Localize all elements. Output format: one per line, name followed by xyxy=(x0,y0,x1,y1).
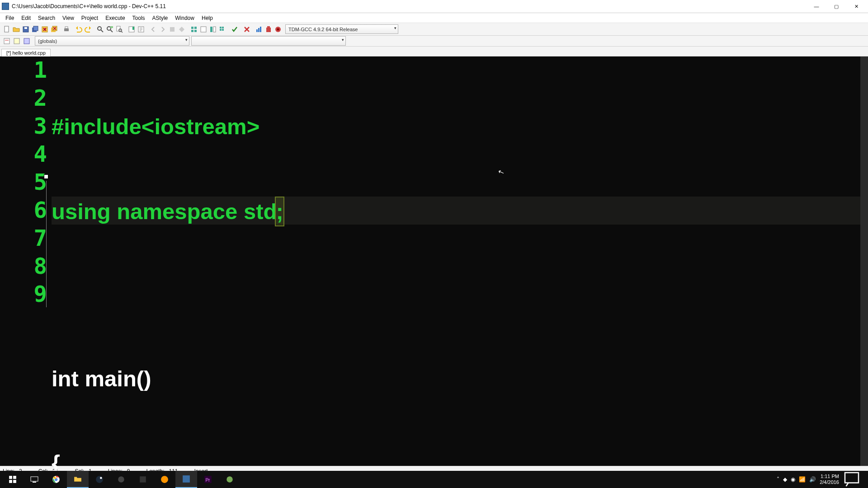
back-icon[interactable] xyxy=(148,24,158,34)
toggle-bookmark-icon[interactable] xyxy=(127,24,136,34)
line-number: 9 xyxy=(0,281,48,309)
open-file-icon[interactable] xyxy=(11,24,21,34)
close-all-icon[interactable] xyxy=(49,24,59,34)
save-all-icon[interactable] xyxy=(30,24,40,34)
svg-point-56 xyxy=(226,476,233,483)
svg-rect-32 xyxy=(260,27,261,32)
tray-up-icon[interactable]: ˄ xyxy=(777,476,779,483)
svg-rect-19 xyxy=(191,27,193,29)
debug-delete-icon[interactable] xyxy=(264,24,273,34)
action-center-icon[interactable] xyxy=(843,471,861,488)
fold-line xyxy=(46,181,47,307)
menu-file[interactable]: File xyxy=(2,14,18,22)
tab-hello-world[interactable]: [*] hello world.cpp xyxy=(1,49,51,56)
menubar: File Edit Search View Project Execute To… xyxy=(0,13,868,23)
svg-rect-40 xyxy=(9,476,12,479)
taskbar-app-icon[interactable] xyxy=(219,471,241,488)
taskbar-explorer-icon[interactable] xyxy=(67,471,89,488)
member-select[interactable] xyxy=(191,36,346,46)
goto-func-icon[interactable] xyxy=(2,36,11,46)
fold-marker-icon[interactable] xyxy=(44,174,48,179)
menu-project[interactable]: Project xyxy=(78,14,102,22)
menu-tools[interactable]: Tools xyxy=(129,14,149,22)
taskbar-steam-icon[interactable] xyxy=(89,471,110,488)
find-icon[interactable] xyxy=(95,24,105,34)
taskbar-clock[interactable]: 1:11 PM 2/4/2016 xyxy=(820,474,839,485)
line-number: 7 xyxy=(0,225,48,253)
menu-view[interactable]: View xyxy=(59,14,78,22)
svg-rect-23 xyxy=(201,27,206,32)
replace-icon[interactable] xyxy=(105,24,114,34)
code-editor[interactable]: 1 2 3 4 5 6 7 8 9 #include<iostream> usi… xyxy=(0,56,868,466)
taskbar-devcpp-icon[interactable] xyxy=(175,471,197,488)
tray-app-icon[interactable]: ◆ xyxy=(783,476,787,483)
svg-rect-53 xyxy=(183,475,190,483)
svg-rect-12 xyxy=(110,26,113,28)
code-token: main() xyxy=(85,366,151,391)
line-number: 2 xyxy=(0,84,48,113)
svg-rect-2 xyxy=(24,27,27,29)
class-browser-icon[interactable] xyxy=(12,36,21,46)
start-button[interactable] xyxy=(2,471,24,488)
save-file-icon[interactable] xyxy=(21,24,30,34)
insert-icon[interactable] xyxy=(22,36,31,46)
menu-help[interactable]: Help xyxy=(198,14,217,22)
svg-rect-25 xyxy=(213,27,216,32)
svg-rect-28 xyxy=(220,29,222,31)
maximize-button[interactable]: ▢ xyxy=(826,0,846,12)
goto-bookmark-icon[interactable] xyxy=(136,24,146,34)
print-icon[interactable] xyxy=(61,24,71,34)
mouse-cursor-icon: ↖ xyxy=(494,158,509,187)
minimize-button[interactable]: — xyxy=(807,0,826,12)
new-file-icon[interactable] xyxy=(2,24,11,34)
tray-network-icon[interactable]: 📶 xyxy=(799,476,806,483)
window-title: C:\Users\Jacob\Documents\C++\hello world… xyxy=(12,3,166,9)
close-button[interactable]: ✕ xyxy=(846,0,866,12)
text-caret: ; xyxy=(275,197,284,226)
run-icon[interactable] xyxy=(198,24,208,34)
menu-edit[interactable]: Edit xyxy=(18,14,34,22)
redo-icon[interactable] xyxy=(83,24,93,34)
svg-point-36 xyxy=(277,28,279,30)
taskbar-firefox-icon[interactable] xyxy=(154,471,175,488)
debug-icon[interactable] xyxy=(177,24,186,34)
menu-execute[interactable]: Execute xyxy=(102,14,128,22)
syntax-check-icon[interactable] xyxy=(230,24,239,34)
line-number: 5 xyxy=(0,169,48,197)
menu-search[interactable]: Search xyxy=(34,14,59,22)
taskview-button[interactable] xyxy=(24,471,45,488)
taskbar-chrome-icon[interactable] xyxy=(45,471,67,488)
scope-select[interactable]: (globals) xyxy=(35,36,189,46)
code-area[interactable]: #include<iostream> using namespace std; … xyxy=(52,56,868,466)
svg-point-49 xyxy=(100,477,102,479)
menu-window[interactable]: Window xyxy=(171,14,198,22)
svg-rect-21 xyxy=(191,30,193,32)
abort-icon[interactable] xyxy=(242,24,251,34)
undo-icon[interactable] xyxy=(74,24,83,34)
vertical-scrollbar[interactable] xyxy=(860,56,868,466)
svg-rect-38 xyxy=(14,38,19,44)
close-file-icon[interactable] xyxy=(40,24,49,34)
taskbar-app-icon[interactable] xyxy=(132,471,154,488)
forward-icon[interactable] xyxy=(158,24,167,34)
compile-run-icon[interactable] xyxy=(208,24,217,34)
svg-rect-41 xyxy=(13,476,16,479)
svg-rect-39 xyxy=(24,38,29,44)
compile-log-icon[interactable] xyxy=(273,24,283,34)
svg-rect-51 xyxy=(140,476,146,483)
menu-astyle[interactable]: AStyle xyxy=(149,14,172,22)
tray-volume-icon[interactable]: 🔊 xyxy=(809,476,816,483)
rebuild-icon[interactable] xyxy=(217,24,227,34)
tray-steam-icon[interactable]: ◉ xyxy=(791,476,795,483)
compiler-select[interactable]: TDM-GCC 4.9.2 64-bit Release xyxy=(285,24,398,34)
stop-icon[interactable] xyxy=(167,24,177,34)
find-in-files-icon[interactable] xyxy=(114,24,124,34)
line-number: 6 xyxy=(0,197,48,225)
compile-icon[interactable] xyxy=(189,24,198,34)
profile-icon[interactable] xyxy=(254,24,264,34)
svg-rect-16 xyxy=(132,27,134,30)
svg-rect-18 xyxy=(170,27,175,32)
taskbar-app-icon[interactable] xyxy=(110,471,132,488)
taskbar-premiere-icon[interactable]: Pr xyxy=(197,471,219,488)
svg-rect-9 xyxy=(65,27,68,28)
